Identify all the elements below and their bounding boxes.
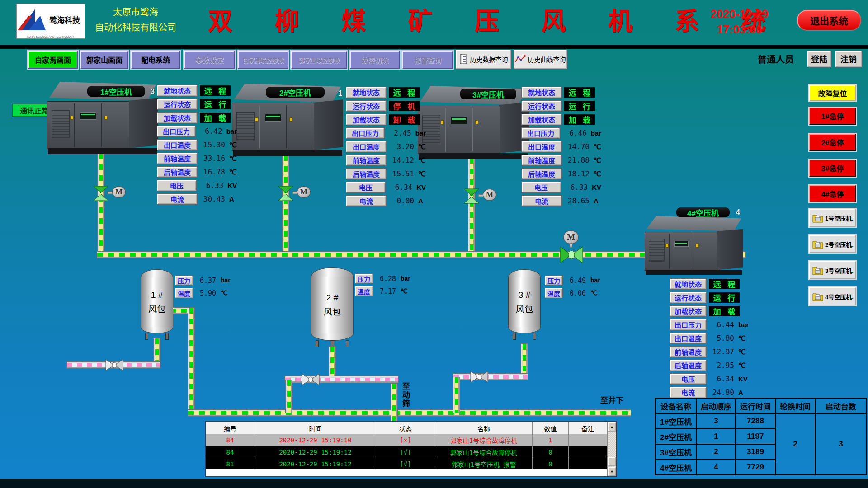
alarm-row[interactable]: 84 2020-12-29 15:19:10 [×] 郭家山1号综合故障停机 1 (206, 434, 607, 446)
field-unit: A (229, 195, 234, 203)
tab-baijiayan-screen[interactable]: 白家焉画面 (28, 51, 78, 69)
estop-1-button[interactable]: 1#急停 (809, 108, 856, 125)
scrollbar-thumb[interactable] (608, 457, 616, 466)
estop-3-button[interactable]: 3#急停 (809, 160, 856, 177)
motor-valve-comp2[interactable] (278, 186, 294, 201)
motor-valve-comp1[interactable] (93, 186, 109, 201)
field-label: 前轴温度 (346, 155, 386, 165)
alarm-row[interactable]: 84 2020-12-29 15:19:12 [√] 郭家山1号综合故障停机 0 (206, 446, 607, 458)
compressor-1-panel: 就地状态远 程 运行状态运 行 加载状态加 载 出口压力6.42bar 出口温度… (157, 85, 237, 207)
stats-header-runtime: 运行时间 (736, 398, 775, 413)
history-data-query-button[interactable]: 历史数据查询 (456, 50, 511, 69)
compressor-2-order-badge: 1 (338, 89, 342, 98)
history-curve-query-button[interactable]: 历史曲线查询 (514, 50, 567, 69)
field-value: 6.33 (562, 183, 588, 192)
field-unit: ℃ (594, 170, 601, 178)
field-value: 14.12 (388, 156, 414, 164)
field-unit: ℃ (229, 168, 237, 176)
motor-icon[interactable]: M (297, 186, 311, 198)
status-value: 停 机 (389, 101, 420, 111)
pipe-tank3-drop (453, 377, 460, 413)
compressor-4-title: 4#空压机 (676, 207, 730, 217)
compressor-4-shortcut-button[interactable]: 4号空压机. (809, 287, 856, 305)
field-unit: bar (226, 127, 237, 135)
alarm-note (569, 458, 607, 469)
tank2-temp-value: 7.17 (374, 287, 396, 296)
field-label: 电压 (346, 182, 385, 192)
alarm-id: 81 (206, 458, 255, 469)
alarm-header-row: 编号 时间 状态 名称 数值 备注 (206, 422, 607, 434)
alarm-name: 郭家山1号综合故障停机 (435, 446, 533, 458)
tab-power-distribution[interactable]: 配电系统 (131, 51, 180, 69)
field-value: 3.20 (388, 142, 414, 151)
field-label: 前轴温度 (670, 347, 706, 357)
tab-guojiashan-screen[interactable]: 郭家山画面 (80, 51, 128, 69)
field-label: 出口温度 (157, 140, 197, 150)
status-value: 运 行 (200, 99, 231, 109)
field-label: 出口压力 (157, 126, 195, 136)
compressor-2-shortcut-button[interactable]: 2号空压机. (809, 235, 856, 253)
scroll-down-icon[interactable]: ▼ (608, 467, 616, 476)
to-underground-label: 至井下 (600, 394, 623, 405)
logo-caption: LUHAI SCIENCE AND TECHNOLOGY (17, 35, 85, 38)
stats-header-device: 设备名称 (655, 398, 697, 413)
tank-name: 3 # (519, 290, 530, 300)
tank1-pressure-unit: bar (221, 277, 231, 284)
motor-icon[interactable]: M (112, 186, 126, 198)
scrollbar-track[interactable] (608, 432, 616, 467)
field-value: 18.12 (563, 169, 590, 178)
estop-4-button[interactable]: 4#急停 (809, 185, 856, 202)
scroll-up-icon[interactable]: ▲ (608, 422, 616, 432)
alarm-time: 2020-12-29 15:19:12 (255, 458, 376, 469)
motor-icon[interactable]: M (483, 189, 496, 201)
field-value: 5.80 (708, 334, 734, 343)
col-header-value: 数值 (533, 422, 569, 434)
stats-start-count: 3 (815, 413, 867, 475)
field-label: 加载状态 (522, 114, 561, 125)
alarm-value: 0 (533, 446, 569, 458)
compressor-2-title: 2#空压机 (266, 87, 325, 98)
field-label: 后轴温度 (522, 169, 561, 179)
field-label: 加载状态 (670, 306, 706, 316)
estop-2-button[interactable]: 2#急停 (809, 134, 856, 151)
col-header-status: 状态 (376, 422, 435, 434)
status-value: 运 行 (564, 101, 595, 111)
to-screen-label: 至动筛 (400, 382, 411, 418)
field-value: 21.88 (563, 156, 590, 164)
motor-valve-comp4[interactable] (560, 246, 583, 264)
compressor-1-shortcut-button[interactable]: 1号空压机. (809, 209, 856, 227)
exit-system-button[interactable]: 退出系统 (797, 10, 861, 31)
compressor-3-shortcut-button[interactable]: 3号空压机. (809, 261, 856, 279)
folder-icon (812, 213, 823, 223)
alarm-name: 郭家山1号空压机 报警 (435, 458, 533, 469)
field-label: 前轴温度 (157, 153, 197, 164)
company-logo: 鹭海科技 LUHAI SCIENCE AND TECHNOLOGY (16, 4, 85, 39)
field-label: 出口温度 (346, 141, 386, 152)
tank1-temp-value: 5.90 (194, 289, 216, 297)
field-label: 就地状态 (346, 87, 386, 98)
login-button[interactable]: 登陆 (807, 51, 831, 67)
folder-icon (812, 291, 823, 301)
tank2-pressure-value: 6.28 (374, 275, 396, 283)
tank2-pressure-unit: bar (401, 275, 410, 282)
alarm-value: 1 (533, 434, 569, 446)
shortcut-label: 4号空压机. (825, 292, 854, 301)
field-label: 电压 (670, 374, 706, 384)
scada-screen: 鹭海科技 LUHAI SCIENCE AND TECHNOLOGY 太原市鹭海 … (0, 0, 868, 488)
logo-mountains-icon (17, 7, 48, 32)
company-line2: 自动化科技有限公司 (86, 20, 185, 35)
fault-reset-button[interactable]: 故障复位 (809, 85, 856, 101)
logout-button[interactable]: 注销 (835, 51, 862, 67)
motor-valve-comp3[interactable] (463, 188, 480, 204)
alarm-scrollbar[interactable]: ▲ ▼ (607, 422, 616, 476)
alarm-name: 郭家山1号综合故障停机 (435, 434, 533, 446)
field-value: 6.34 (387, 183, 412, 192)
field-label: 出口压力 (522, 128, 560, 138)
motor-icon-comp4[interactable]: M (563, 230, 579, 244)
tab-guojiashan-link-params: 郭家山联控参数 (291, 51, 347, 69)
field-label: 就地状态 (157, 85, 197, 96)
field-label: 后轴温度 (346, 169, 386, 179)
field-value: 24.80 (708, 388, 734, 397)
alarm-row[interactable]: 81 2020-12-29 15:19:12 [√] 郭家山1号空压机 报警 0 (206, 458, 607, 469)
field-label: 电压 (157, 180, 196, 191)
